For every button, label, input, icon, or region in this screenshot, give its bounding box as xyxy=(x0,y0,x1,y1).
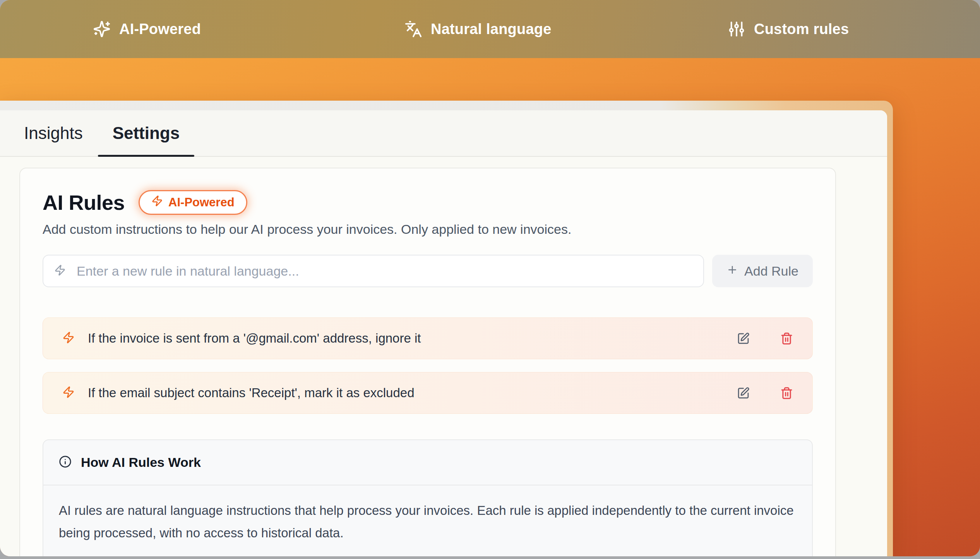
sliders-icon xyxy=(728,20,745,38)
rule-text: If the invoice is sent from a '@gmail.co… xyxy=(88,331,724,346)
info-box-body: AI rules are natural language instructio… xyxy=(43,485,812,556)
info-icon xyxy=(59,455,72,470)
zap-icon xyxy=(151,195,163,210)
input-placeholder: Enter a new rule in natural language... xyxy=(77,264,299,279)
trash-icon xyxy=(780,387,793,400)
info-box-header: How AI Rules Work xyxy=(43,440,812,485)
new-rule-input[interactable]: Enter a new rule in natural language... xyxy=(43,255,704,287)
delete-rule-button[interactable] xyxy=(780,332,793,345)
ai-rules-card: AI Rules AI-Powered Add custom instructi… xyxy=(19,168,836,556)
tab-insights[interactable]: Insights xyxy=(24,110,83,156)
tab-label: Settings xyxy=(113,123,180,143)
settings-panel: AI Rules AI-Powered Add custom instructi… xyxy=(0,157,887,556)
feature-label: Custom rules xyxy=(754,21,849,38)
feature-label: AI-Powered xyxy=(119,21,201,38)
delete-rule-button[interactable] xyxy=(780,387,793,400)
badge-label: AI-Powered xyxy=(168,195,235,209)
feature-ai-powered: AI-Powered xyxy=(93,0,201,58)
card-header: AI Rules AI-Powered xyxy=(43,190,813,215)
tab-bar: Insights Settings xyxy=(0,110,887,157)
card-description: Add custom instructions to help our AI p… xyxy=(43,222,813,237)
screenshot-frame: AI-Powered Natural language Custom rules xyxy=(0,0,980,556)
rule-text: If the email subject contains 'Receipt',… xyxy=(88,386,724,400)
zap-icon xyxy=(62,331,75,345)
plus-icon xyxy=(726,264,738,279)
feature-label: Natural language xyxy=(431,21,552,38)
feature-banner: AI-Powered Natural language Custom rules xyxy=(0,0,980,58)
rules-list: If the invoice is sent from a '@gmail.co… xyxy=(43,317,813,414)
add-rule-button[interactable]: Add Rule xyxy=(712,255,813,287)
add-rule-label: Add Rule xyxy=(744,264,798,279)
rule-item: If the invoice is sent from a '@gmail.co… xyxy=(43,317,813,359)
edit-icon xyxy=(737,387,750,400)
languages-icon xyxy=(404,20,422,38)
info-box-title: How AI Rules Work xyxy=(81,455,201,470)
zap-icon xyxy=(54,264,66,278)
feature-natural-language: Natural language xyxy=(404,0,552,58)
tab-label: Insights xyxy=(24,123,83,143)
edit-rule-button[interactable] xyxy=(737,332,750,345)
rule-item: If the email subject contains 'Receipt',… xyxy=(43,372,813,414)
active-tab-indicator xyxy=(98,155,195,157)
how-ai-rules-work-box: How AI Rules Work AI rules are natural l… xyxy=(43,439,813,556)
ai-powered-badge: AI-Powered xyxy=(139,190,247,215)
feature-custom-rules: Custom rules xyxy=(728,0,849,58)
new-rule-row: Enter a new rule in natural language... … xyxy=(43,255,813,287)
edit-icon xyxy=(737,332,750,345)
trash-icon xyxy=(780,332,793,345)
app-window: Insights Settings AI Rules xyxy=(0,101,893,556)
tab-settings[interactable]: Settings xyxy=(98,110,195,156)
app-window-content: Insights Settings AI Rules xyxy=(0,110,887,556)
card-title: AI Rules xyxy=(43,190,125,214)
sparkles-icon xyxy=(93,20,111,38)
edit-rule-button[interactable] xyxy=(737,387,750,400)
zap-icon xyxy=(62,386,75,400)
